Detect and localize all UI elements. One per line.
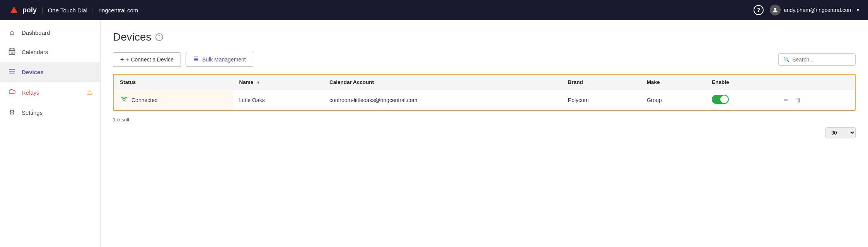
bulk-management-button[interactable]: Bulk Management [186, 52, 253, 67]
sidebar-label-relays: Relays [22, 89, 39, 96]
devices-table: Status Name ▼ Calendar Account Brand [114, 75, 855, 110]
bulk-button-label: Bulk Management [202, 56, 246, 63]
name-sort-icon: ▼ [256, 80, 260, 85]
cell-make: Group [641, 90, 706, 110]
page-header: Devices ? [113, 31, 856, 43]
help-button[interactable]: ? [754, 5, 764, 15]
svg-text:10: 10 [11, 52, 14, 54]
per-page-select[interactable]: 10 20 30 50 100 [825, 127, 856, 138]
col-header-actions [776, 75, 855, 90]
toolbar: + + Connect a Device Bulk Management 🔍 [113, 52, 856, 67]
sidebar-item-settings[interactable]: ⚙ Settings [0, 103, 100, 122]
sidebar-item-devices[interactable]: Devices [0, 62, 100, 82]
delete-icon[interactable]: 🗑 [794, 95, 803, 105]
signal-waves-icon [120, 95, 128, 102]
calendar-icon: 10 [8, 48, 16, 56]
page-help-button[interactable]: ? [155, 33, 163, 41]
cell-name: Little Oaks [233, 90, 323, 110]
poly-logo-icon [8, 4, 20, 16]
status-cell-content: Connected [120, 95, 227, 104]
search-input[interactable] [792, 56, 851, 63]
list-icon [8, 67, 16, 75]
cell-enable [706, 90, 776, 110]
sidebar: ⌂ Dashboard 10 Calendars [0, 20, 101, 247]
sidebar-item-relays[interactable]: Relays ⚠ [0, 82, 100, 103]
topnav-right-section: ? andy.pham@ringcentral.com ▼ [754, 5, 860, 15]
user-avatar-icon [770, 5, 781, 15]
app-name: One Touch Dial [48, 7, 87, 14]
sidebar-label-calendars: Calendars [22, 49, 48, 55]
col-header-brand: Brand [562, 75, 641, 90]
cell-status: Connected [114, 90, 233, 110]
nav-domain: ringcentral.com [99, 7, 138, 14]
search-icon: 🔍 [783, 56, 790, 62]
user-icon [772, 7, 779, 14]
connect-button-label: + Connect a Device [126, 56, 174, 63]
svg-point-2 [774, 8, 776, 10]
top-navigation: poly | One Touch Dial | ringcentral.com … [0, 0, 868, 20]
sidebar-label-settings: Settings [22, 109, 43, 116]
enable-toggle[interactable] [712, 95, 729, 104]
devices-table-wrapper: Status Name ▼ Calendar Account Brand [113, 74, 856, 111]
search-box: 🔍 [778, 53, 856, 66]
svg-point-15 [123, 100, 125, 102]
cell-brand: Polycom [562, 90, 641, 110]
user-menu-chevron: ▼ [856, 7, 860, 13]
home-icon: ⌂ [8, 29, 16, 37]
main-layout: ⌂ Dashboard 10 Calendars [0, 20, 868, 247]
settings-icon: ⚙ [8, 108, 16, 117]
cloud-icon [8, 88, 16, 95]
cell-actions: ✏ 🗑 [776, 90, 855, 110]
bulk-list-icon [193, 56, 199, 62]
nav-divider-2: | [92, 6, 94, 14]
brand-name: poly [22, 6, 37, 14]
sidebar-label-devices: Devices [22, 69, 44, 75]
table-header: Status Name ▼ Calendar Account Brand [114, 75, 855, 90]
table-row: Connected Little Oaks confroom-littleoak… [114, 90, 855, 110]
connect-device-button[interactable]: + + Connect a Device [113, 52, 181, 67]
user-menu[interactable]: andy.pham@ringcentral.com ▼ [770, 5, 860, 15]
sidebar-label-dashboard: Dashboard [22, 29, 50, 36]
relays-warning-badge: ⚠ [87, 89, 92, 96]
sidebar-item-calendars[interactable]: 10 Calendars [0, 42, 100, 62]
status-label: Connected [131, 97, 158, 103]
app-logo: poly [8, 4, 37, 16]
col-header-calendar-account: Calendar Account [323, 75, 562, 90]
page-title: Devices [113, 31, 152, 43]
col-header-name[interactable]: Name ▼ [233, 75, 323, 90]
sidebar-item-dashboard[interactable]: ⌂ Dashboard [0, 23, 100, 42]
connect-plus-icon: + [120, 56, 124, 63]
cell-calendar-account: confroom-littleoaks@ringcentral.com [323, 90, 562, 110]
result-count: 1 result [113, 117, 856, 123]
bulk-icon [193, 56, 199, 63]
edit-icon[interactable]: ✏ [782, 95, 790, 105]
calendar-svg-icon: 10 [8, 48, 16, 55]
table-body: Connected Little Oaks confroom-littleoak… [114, 90, 855, 110]
pagination-controls: 10 20 30 50 100 [113, 127, 856, 138]
nav-divider-1: | [41, 6, 43, 14]
col-header-make: Make [641, 75, 706, 90]
user-email: andy.pham@ringcentral.com [784, 7, 853, 13]
main-content: Devices ? + + Connect a Device [101, 20, 868, 247]
relays-cloud-icon [8, 88, 16, 97]
col-header-status: Status [114, 75, 233, 90]
connected-signal-icon [120, 95, 128, 104]
col-header-enable: Enable [706, 75, 776, 90]
devices-icon [8, 67, 16, 77]
